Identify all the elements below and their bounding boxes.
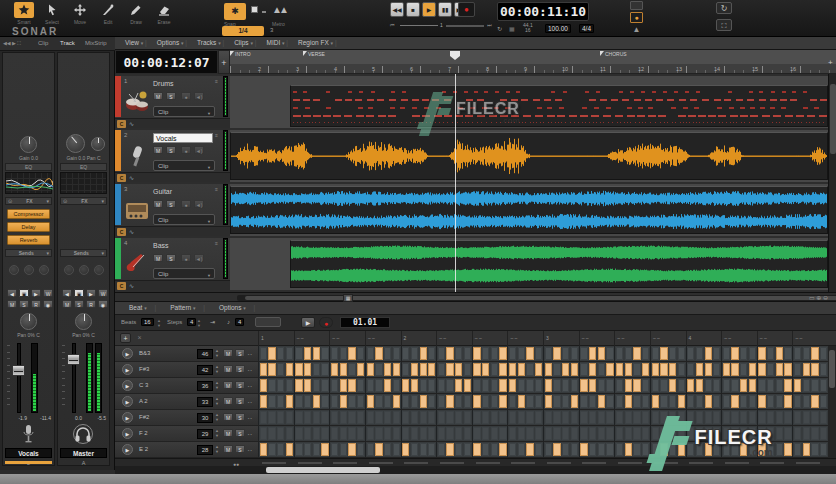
- step-cell[interactable]: [633, 395, 640, 408]
- send-knob[interactable]: [64, 265, 74, 275]
- step-cell[interactable]: [758, 347, 765, 360]
- step-cell[interactable]: [464, 427, 471, 440]
- clip-guitar[interactable]: [230, 186, 828, 234]
- play-button[interactable]: ▶: [422, 2, 436, 17]
- step-cell[interactable]: [571, 443, 578, 456]
- step-cell[interactable]: [402, 411, 409, 424]
- seq-vscrollbar[interactable]: [828, 346, 836, 458]
- step-cell[interactable]: [820, 363, 827, 376]
- step-cell[interactable]: [357, 379, 364, 392]
- step-cell[interactable]: [713, 379, 720, 392]
- step-cell[interactable]: [687, 379, 694, 392]
- step-cell[interactable]: [616, 443, 623, 456]
- row-mute-button[interactable]: M: [223, 381, 233, 389]
- step-cell[interactable]: [277, 443, 284, 456]
- row-mute-button[interactable]: M: [223, 429, 233, 437]
- step-cell[interactable]: [428, 363, 435, 376]
- step-cell[interactable]: [491, 363, 498, 376]
- zoom-controls[interactable]: ▭ ⊕ ⊖: [809, 294, 828, 301]
- eq-header[interactable]: EQ: [60, 163, 107, 171]
- track-input-echo-button[interactable]: ◄): [194, 254, 204, 262]
- step-cell[interactable]: [304, 347, 311, 360]
- loop-toggle-icon[interactable]: ↻: [716, 2, 732, 14]
- meter-display[interactable]: 4/4: [579, 24, 594, 33]
- step-cell[interactable]: [652, 363, 659, 376]
- step-cell[interactable]: [589, 363, 596, 376]
- track-header-drums[interactable]: 1DrumsMS●◄)Clip≡C∿: [115, 76, 230, 128]
- step-cell[interactable]: [767, 363, 774, 376]
- step-cell[interactable]: [473, 363, 480, 376]
- automation-tag[interactable]: C: [117, 174, 126, 182]
- step-cell[interactable]: [321, 395, 328, 408]
- track-lane-vocals[interactable]: [230, 130, 828, 182]
- step-cell[interactable]: [393, 411, 400, 424]
- tab-track[interactable]: Track: [60, 40, 75, 46]
- step-cell[interactable]: [589, 395, 596, 408]
- step-cell[interactable]: [803, 395, 810, 408]
- step-cell[interactable]: [260, 395, 267, 408]
- step-cell[interactable]: [491, 395, 498, 408]
- marker-verse[interactable]: VERSE: [303, 51, 325, 60]
- step-cell[interactable]: [669, 363, 676, 376]
- row-solo-button[interactable]: S: [235, 365, 245, 373]
- step-cell[interactable]: [642, 379, 649, 392]
- step-cell[interactable]: [811, 395, 818, 408]
- step-cell[interactable]: [545, 411, 552, 424]
- step-cell[interactable]: [313, 363, 320, 376]
- step-cell[interactable]: [633, 427, 640, 440]
- step-cell[interactable]: [375, 427, 382, 440]
- step-cell[interactable]: [652, 379, 659, 392]
- step-cell[interactable]: [562, 379, 569, 392]
- step-cell[interactable]: [811, 427, 818, 440]
- step-cell[interactable]: [499, 363, 506, 376]
- step-cell[interactable]: [260, 347, 267, 360]
- step-cell[interactable]: [758, 395, 765, 408]
- step-cell[interactable]: [340, 379, 347, 392]
- step-cell[interactable]: [705, 395, 712, 408]
- step-cell[interactable]: [660, 363, 667, 376]
- step-cell[interactable]: [260, 443, 267, 456]
- track-solo-button[interactable]: S: [166, 146, 176, 154]
- step-cell[interactable]: [438, 379, 445, 392]
- step-cell[interactable]: [553, 443, 560, 456]
- step-cell[interactable]: [411, 443, 418, 456]
- strip-button[interactable]: M: [7, 300, 17, 308]
- fx-header[interactable]: ⊙FX▾: [60, 197, 107, 205]
- track-header-bass[interactable]: 4BassMS●◄)Clip≡C∿: [115, 238, 230, 290]
- step-cell[interactable]: [509, 411, 516, 424]
- row-spinner[interactable]: ▲▼: [215, 428, 219, 438]
- step-cell[interactable]: [384, 427, 391, 440]
- row-solo-button[interactable]: S: [235, 413, 245, 421]
- step-cell[interactable]: [678, 347, 685, 360]
- follow-icon[interactable]: ⇥: [210, 318, 215, 325]
- step-cell[interactable]: [313, 411, 320, 424]
- step-cell[interactable]: [499, 411, 506, 424]
- step-cell[interactable]: [331, 443, 338, 456]
- step-cell[interactable]: [428, 395, 435, 408]
- track-mute-button[interactable]: M: [153, 146, 163, 154]
- step-cell[interactable]: [446, 443, 453, 456]
- step-cell[interactable]: [526, 347, 533, 360]
- row-play-button[interactable]: ▶: [122, 380, 133, 391]
- row-play-button[interactable]: ▶: [122, 396, 133, 407]
- step-cell[interactable]: [678, 395, 685, 408]
- step-cell[interactable]: [571, 347, 578, 360]
- step-cell[interactable]: [518, 379, 525, 392]
- metronome-icon[interactable]: ▲▲: [272, 4, 286, 15]
- step-cell[interactable]: [749, 347, 756, 360]
- step-cell[interactable]: [393, 427, 400, 440]
- step-cell[interactable]: [367, 411, 374, 424]
- step-cell[interactable]: [277, 379, 284, 392]
- pan-knob[interactable]: [75, 313, 92, 330]
- step-cell[interactable]: [295, 395, 302, 408]
- strip-button[interactable]: ◀: [62, 289, 72, 297]
- step-cell[interactable]: [571, 411, 578, 424]
- steps-value[interactable]: 4: [187, 318, 196, 326]
- track-header-guitar[interactable]: 3GuitarMS●◄)Clip≡C∿: [115, 184, 230, 236]
- step-cell[interactable]: [633, 363, 640, 376]
- step-cell[interactable]: [642, 395, 649, 408]
- step-cell[interactable]: [509, 427, 516, 440]
- step-cell[interactable]: [784, 411, 791, 424]
- step-cell[interactable]: [348, 443, 355, 456]
- step-cell[interactable]: [509, 347, 516, 360]
